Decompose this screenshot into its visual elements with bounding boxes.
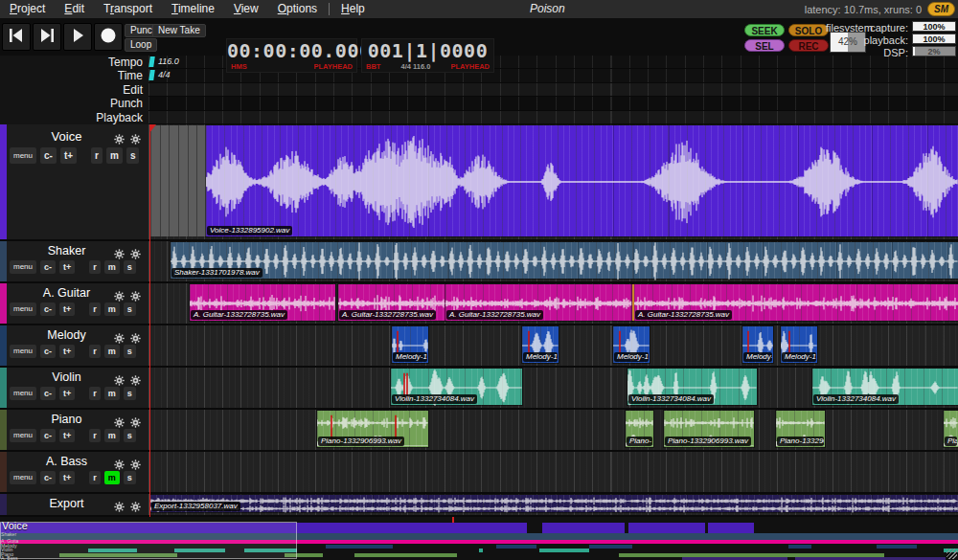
track-a-bass-button-r[interactable]: r <box>89 471 101 484</box>
ruler-row-playback[interactable] <box>148 111 958 124</box>
audio-region-piano[interactable]: Piano-133290 <box>776 411 825 447</box>
track-name-a-guitar[interactable]: A. Guitar <box>27 286 106 300</box>
menu-item-help[interactable]: Help <box>331 0 375 18</box>
sel-toggle[interactable]: SEL <box>744 39 785 52</box>
track-a-bass-button-s[interactable]: s <box>124 471 136 484</box>
track-lane-piano[interactable]: Piano-1332906993.wavPiano-Piano-13329069… <box>148 410 958 452</box>
track-lane-export[interactable]: Export-1332958037.wav <box>148 494 958 517</box>
seek-toggle[interactable]: SEEK <box>744 24 785 36</box>
track-a-guitar-button-s[interactable]: s <box>124 302 136 316</box>
track-piano-button-s[interactable]: s <box>124 429 136 442</box>
track-lane-a-guitar[interactable]: A. Guitar-1332728735.wavA. Guitar-133272… <box>148 283 958 325</box>
track-lane-voice[interactable]: Voice-1332895902.wav <box>148 124 958 241</box>
audio-region-melody[interactable]: Melody-13 <box>522 326 559 363</box>
gear-icon[interactable] <box>130 131 141 148</box>
track-voice-button-s[interactable]: s <box>126 147 140 164</box>
track-name-shaker[interactable]: Shaker <box>27 244 106 258</box>
rec-toggle[interactable]: REC <box>788 39 829 52</box>
track-violin-button-s[interactable]: s <box>124 387 136 400</box>
audio-region-violin[interactable]: Violin-1332734084.wav <box>391 369 522 405</box>
clock-bbt[interactable]: 001|1|0000 BBT 4/4 116.0 PLAYHEAD <box>361 38 494 73</box>
track-shaker-button-s[interactable]: s <box>124 260 136 274</box>
clock-hms[interactable]: 00:00:00.000 HMS PLAYHEAD <box>226 38 357 73</box>
track-voice-button-c[interactable]: c- <box>40 147 57 164</box>
solo-toggle[interactable]: SOLO <box>788 24 829 36</box>
playback-value-box[interactable]: 100% <box>912 34 956 44</box>
track-piano-button-r[interactable]: r <box>89 429 101 442</box>
track-voice-button-m[interactable]: m <box>106 147 123 164</box>
track-voice-button-t[interactable]: t+ <box>60 147 77 164</box>
track-name-voice[interactable]: Voice <box>27 129 106 144</box>
gear-icon[interactable] <box>114 499 125 516</box>
track-name-export[interactable]: Export <box>27 497 106 510</box>
track-violin-button-r[interactable]: r <box>89 387 101 400</box>
track-name-melody[interactable]: Melody <box>27 328 106 342</box>
overview-viewport[interactable] <box>0 522 297 559</box>
audio-region-melody[interactable]: Melody-13 <box>613 326 650 363</box>
capture-value-box[interactable]: 100% <box>912 21 956 32</box>
track-name-violin[interactable]: Violin <box>27 370 106 384</box>
gear-icon[interactable] <box>114 131 125 148</box>
audio-region-export[interactable]: Export-1332958037.wav <box>150 495 958 512</box>
track-shaker-button-menu[interactable]: menu <box>10 260 36 274</box>
ruler-marker-icon[interactable] <box>148 70 155 80</box>
track-a-bass-button-c[interactable]: c- <box>40 471 56 484</box>
audio-region-piano[interactable]: Piano-1332906993.wav <box>317 411 428 447</box>
ruler-row-edit[interactable] <box>148 83 958 97</box>
track-violin-button-c[interactable]: c- <box>40 387 56 400</box>
track-shaker-button-c[interactable]: c- <box>40 260 56 274</box>
new-take-button[interactable]: New Take <box>152 24 206 37</box>
audio-region-a-guitar[interactable]: A. Guitar-1332728735.wav <box>445 284 632 321</box>
go-to-start-button[interactable] <box>2 23 31 51</box>
track-name-a-bass[interactable]: A. Bass <box>27 455 106 468</box>
track-shaker-button-t[interactable]: t+ <box>59 260 75 274</box>
track-voice-button-menu[interactable]: menu <box>10 147 36 164</box>
track-melody-button-m[interactable]: m <box>104 345 120 358</box>
menu-item-view[interactable]: View <box>224 0 268 18</box>
track-a-guitar-button-m[interactable]: m <box>104 302 120 316</box>
track-a-guitar-button-c[interactable]: c- <box>40 302 56 316</box>
track-shaker-button-m[interactable]: m <box>104 260 120 274</box>
audio-region-shaker[interactable]: Shaker-1331701978.wav <box>171 242 958 279</box>
track-melody-button-t[interactable]: t+ <box>59 345 75 358</box>
track-a-guitar-button-r[interactable]: r <box>89 302 101 316</box>
ruler-row-punch[interactable] <box>148 97 958 110</box>
audio-region-a-guitar[interactable]: A. Guitar-1332728735.wav <box>632 284 958 321</box>
track-a-bass-button-m[interactable]: m <box>104 471 120 484</box>
audio-region-melody[interactable]: Melody-13 <box>742 326 773 363</box>
track-piano-button-m[interactable]: m <box>104 429 120 442</box>
audio-region-piano[interactable]: Pia <box>944 411 958 447</box>
loop-button[interactable]: Loop <box>125 38 157 52</box>
track-melody-button-r[interactable]: r <box>89 345 101 358</box>
track-a-bass-button-menu[interactable]: menu <box>10 471 36 484</box>
track-piano-button-menu[interactable]: menu <box>10 429 36 442</box>
track-violin-button-m[interactable]: m <box>104 387 120 400</box>
go-to-end-button[interactable] <box>33 23 61 51</box>
track-violin-button-menu[interactable]: menu <box>10 387 36 400</box>
audio-region-melody[interactable]: Melody-13 <box>781 326 817 363</box>
playhead-handle[interactable] <box>149 124 156 133</box>
track-voice-button-r[interactable]: r <box>91 147 103 164</box>
audio-region-piano[interactable]: Piano- <box>626 411 653 447</box>
track-lane-a-bass[interactable] <box>148 452 958 494</box>
audio-region-melody[interactable]: Melody-13 <box>392 326 428 363</box>
record-button[interactable] <box>94 23 123 51</box>
menu-item-transport[interactable]: Transport <box>94 0 162 18</box>
ruler-marker-icon[interactable] <box>148 56 155 67</box>
track-lane-melody[interactable]: Melody-13Melody-13Melody-13Melody-13Melo… <box>148 325 958 368</box>
audio-region-violin[interactable]: Violin-1332734084.wav <box>627 369 757 405</box>
menu-item-timeline[interactable]: Timeline <box>162 0 224 18</box>
track-a-guitar-button-menu[interactable]: menu <box>10 302 36 316</box>
track-a-guitar-button-t[interactable]: t+ <box>59 302 75 316</box>
track-a-bass-button-t[interactable]: t+ <box>59 471 75 484</box>
audio-region-violin[interactable]: Violin-1332734084.wav <box>812 369 958 405</box>
track-violin-button-t[interactable]: t+ <box>59 387 75 400</box>
track-lane-shaker[interactable]: Shaker-1331701978.wav <box>148 241 958 283</box>
track-melody-button-menu[interactable]: menu <box>10 345 36 358</box>
track-piano-button-c[interactable]: c- <box>40 429 56 442</box>
track-name-piano[interactable]: Piano <box>27 413 106 426</box>
audio-region-piano[interactable]: Piano-1332906993.wav <box>664 411 754 447</box>
menu-item-project[interactable]: Project <box>0 0 55 18</box>
track-melody-button-c[interactable]: c- <box>40 345 56 358</box>
menu-item-options[interactable]: Options <box>268 0 327 18</box>
